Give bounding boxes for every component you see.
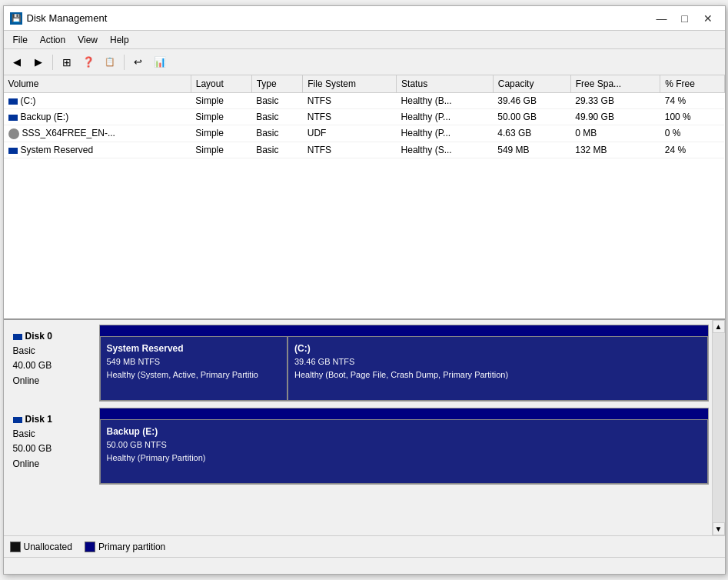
cell-type: Basic xyxy=(251,125,303,142)
partition-detail: Healthy (Boot, Page File, Crash Dump, Pr… xyxy=(294,368,701,382)
disk-row: Disk 0 Basic 40.00 GB Online System Rese… xyxy=(7,325,709,402)
cell-capacity: 39.46 GB xyxy=(493,93,570,109)
cell-filesystem: NTFS xyxy=(303,109,397,125)
partition-detail: Healthy (Primary Partition) xyxy=(107,452,701,465)
disk-type: Basic xyxy=(13,344,93,358)
refresh-button[interactable]: ↩ xyxy=(128,52,148,72)
legend-primary: Primary partition xyxy=(85,542,165,552)
col-percentfree[interactable]: % Free xyxy=(660,75,724,93)
drive-icon xyxy=(8,98,18,105)
title-controls: — □ ✕ xyxy=(651,10,719,27)
cd-icon xyxy=(8,128,19,139)
table-row[interactable]: (C:)SimpleBasicNTFSHealthy (B...39.46 GB… xyxy=(4,93,725,109)
volumes-table-area: Volume Layout Type File System Status Ca… xyxy=(4,75,725,320)
cell-capacity: 4.63 GB xyxy=(493,125,570,142)
properties-button[interactable]: ⊞ xyxy=(57,52,77,72)
help-button[interactable]: ❓ xyxy=(78,52,98,72)
content-area: Volume Layout Type File System Status Ca… xyxy=(4,75,725,557)
partition[interactable]: Backup (E:) 50.00 GB NTFS Healthy (Prima… xyxy=(100,419,708,484)
cell-freespace: 49.90 GB xyxy=(570,109,660,125)
cell-volume: SSS_X64FREE_EN-... xyxy=(4,125,191,142)
legend-unallocated-box xyxy=(10,542,21,552)
cell-layout: Simple xyxy=(191,109,251,125)
disk-partitions: Backup (E:) 50.00 GB NTFS Healthy (Prima… xyxy=(99,408,709,485)
minimize-button[interactable]: — xyxy=(651,10,673,27)
cell-layout: Simple xyxy=(191,125,251,142)
col-freespace[interactable]: Free Spa... xyxy=(570,75,660,93)
menu-help[interactable]: Help xyxy=(104,33,135,47)
drive-icon xyxy=(8,148,18,154)
table-row[interactable]: Backup (E:)SimpleBasicNTFSHealthy (P...5… xyxy=(4,109,725,125)
menu-bar: File Action View Help xyxy=(4,31,725,49)
menu-view[interactable]: View xyxy=(71,33,104,47)
disk-label: Disk 1 Basic 50.00 GB Online xyxy=(7,408,99,485)
scroll-down-button[interactable]: ▼ xyxy=(713,522,725,535)
partition-size: 39.46 GB NTFS xyxy=(294,355,701,368)
cell-layout: Simple xyxy=(191,142,251,158)
cell-percentfree: 0 % xyxy=(660,125,724,142)
table-row[interactable]: System ReservedSimpleBasicNTFSHealthy (S… xyxy=(4,142,725,158)
cell-filesystem: NTFS xyxy=(303,93,397,109)
cell-freespace: 0 MB xyxy=(570,125,660,142)
cell-filesystem: NTFS xyxy=(303,142,397,158)
partition-size: 549 MB NTFS xyxy=(107,355,281,368)
disk-status: Online xyxy=(13,374,93,388)
close-button[interactable]: ✕ xyxy=(697,10,719,27)
partition-title: System Reserved xyxy=(107,342,281,355)
partition-title: Backup (E:) xyxy=(107,425,701,438)
scroll-up-button[interactable]: ▲ xyxy=(713,320,725,333)
partition[interactable]: System Reserved 549 MB NTFS Healthy (Sys… xyxy=(100,336,288,401)
disk-partitions: System Reserved 549 MB NTFS Healthy (Sys… xyxy=(99,325,709,402)
cell-capacity: 50.00 GB xyxy=(493,109,570,125)
col-filesystem[interactable]: File System xyxy=(303,75,397,93)
toolbar: ◀ ▶ ⊞ ❓ 📋 ↩ 📊 xyxy=(4,49,725,75)
toolbar-separator-1 xyxy=(52,55,53,70)
volumes-table: Volume Layout Type File System Status Ca… xyxy=(4,75,725,158)
cell-volume: (C:) xyxy=(4,93,191,109)
back-button[interactable]: ◀ xyxy=(7,52,27,72)
window-title: Disk Management xyxy=(27,12,108,24)
maximize-button[interactable]: □ xyxy=(674,10,696,27)
partition-size: 50.00 GB NTFS xyxy=(107,438,701,452)
cell-volume: Backup (E:) xyxy=(4,109,191,125)
cell-type: Basic xyxy=(251,109,303,125)
cell-volume: System Reserved xyxy=(4,142,191,158)
partition[interactable]: (C:) 39.46 GB NTFS Healthy (Boot, Page F… xyxy=(288,336,708,401)
legend-primary-label: Primary partition xyxy=(98,542,165,552)
menu-file[interactable]: File xyxy=(7,33,34,47)
cell-type: Basic xyxy=(251,142,303,158)
partition-title: (C:) xyxy=(294,342,701,355)
toolbar-separator-2 xyxy=(124,55,125,70)
cell-percentfree: 24 % xyxy=(660,142,724,158)
disk-header-bar xyxy=(100,408,708,419)
menu-action[interactable]: Action xyxy=(34,33,71,47)
legend-bar: Unallocated Primary partition xyxy=(4,535,725,557)
disk-size: 50.00 GB xyxy=(13,442,93,456)
disk-header-bar xyxy=(100,325,708,336)
scrollbar-vertical[interactable]: ▲ ▼ xyxy=(712,320,725,535)
disk-partition-row: System Reserved 549 MB NTFS Healthy (Sys… xyxy=(100,336,708,401)
cell-freespace: 132 MB xyxy=(570,142,660,158)
col-type[interactable]: Type xyxy=(251,75,303,93)
table-row[interactable]: SSS_X64FREE_EN-...SimpleBasicUDFHealthy … xyxy=(4,125,725,142)
disk-drive-icon xyxy=(13,334,22,340)
cell-status: Healthy (B... xyxy=(397,93,494,109)
app-icon: 💾 xyxy=(10,12,22,25)
cell-type: Basic xyxy=(251,93,303,109)
col-capacity[interactable]: Capacity xyxy=(493,75,570,93)
col-volume[interactable]: Volume xyxy=(4,75,191,93)
disk-visual-area: Disk 0 Basic 40.00 GB Online System Rese… xyxy=(4,320,712,535)
drive-icon xyxy=(8,115,18,121)
disk-row: Disk 1 Basic 50.00 GB Online Backup (E:)… xyxy=(7,408,709,485)
disk-status: Online xyxy=(13,457,93,472)
title-bar: 💾 Disk Management — □ ✕ xyxy=(4,6,725,31)
col-status[interactable]: Status xyxy=(397,75,494,93)
chart-button[interactable]: 📊 xyxy=(150,52,170,72)
scroll-track[interactable] xyxy=(713,333,725,522)
legend-primary-box xyxy=(85,542,95,552)
disk-management-window: 💾 Disk Management — □ ✕ File Action View… xyxy=(3,5,726,575)
cell-percentfree: 100 % xyxy=(660,109,724,125)
action-button[interactable]: 📋 xyxy=(100,52,120,72)
col-layout[interactable]: Layout xyxy=(191,75,251,93)
forward-button[interactable]: ▶ xyxy=(28,52,48,72)
